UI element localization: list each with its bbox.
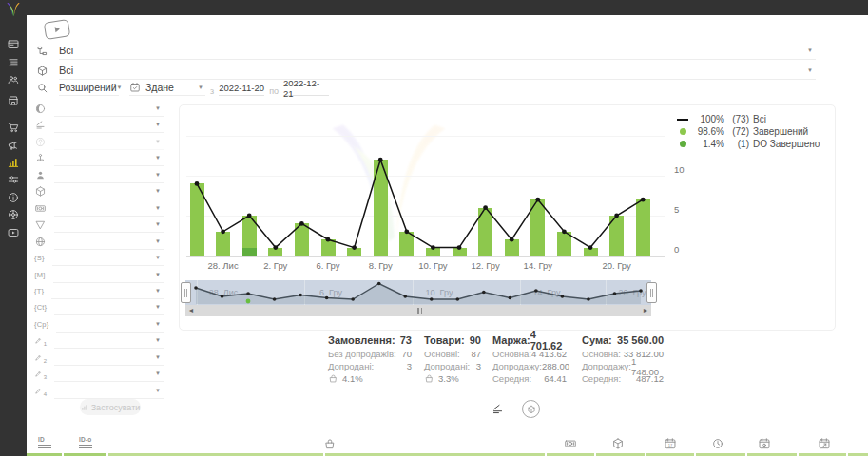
funnel-step-select[interactable]: ▼ [54,150,164,166]
custom-field-1-select[interactable]: ▼ [54,332,164,349]
sidebar-item-automation[interactable] [7,173,20,186]
custom-field-2-icon: 2 [34,352,47,364]
app-logo-icon[interactable] [3,1,24,20]
sidebar-item-marketing[interactable] [7,139,20,152]
chart-legend: 100%(73)Всі98.6%(72)Завершений1.4%(1)DO … [676,113,820,150]
funnel-select[interactable]: Всі ▼ [59,42,816,60]
sidebar-item-orders[interactable] [7,56,20,69]
date-from-input[interactable]: 2022-11-20 [219,81,264,96]
orders-view-toggle[interactable] [491,402,505,416]
scroll-left-arrow[interactable]: ◄ [185,305,197,316]
apply-button-label: Застосувати [91,403,141,412]
date-type-select[interactable]: Здане ▼ [129,80,205,96]
sidebar-item-info[interactable] [7,191,20,204]
chart-scrollbar: ◄ ► [185,305,651,316]
x-axis-tick: 8. Гру [369,260,393,271]
external-id-icon[interactable]: ID-o [79,437,92,448]
custom-field-4-select[interactable]: ▼ [54,383,164,399]
funnel-step-icon [34,152,47,164]
stage-select[interactable]: ▼ [54,117,164,133]
basket-icon[interactable] [323,437,337,450]
custom-field-2-select[interactable]: ▼ [54,350,164,366]
stat-title: Товари:90 [424,332,481,348]
date-status-icon[interactable] [758,437,771,450]
filter-row-utm-medium: {M}▼ [34,267,164,283]
chevron-down-icon: ▼ [198,85,203,90]
y-axis-tick: 10 [674,165,691,175]
filter-row-manager: ▼ [34,167,164,183]
scroll-right-arrow[interactable]: ► [640,305,651,316]
filter-row-filter: ▼ [34,217,164,233]
x-axis-tick: 12. Гру [471,260,499,271]
product-select[interactable]: Всі ▼ [59,62,816,80]
sidebar-item-analytics[interactable] [7,156,20,169]
x-axis-tick: 14. Гру [524,260,552,271]
utm-content-icon: {Ct} [34,303,47,312]
search-mode-select[interactable]: Розширений ▼ [59,80,119,96]
filter-row-website: ▼ [34,234,164,250]
custom-field-3-select[interactable]: ▼ [54,366,164,382]
chevron-down-icon: ▼ [155,205,161,211]
stat-row: 3.3% [424,372,481,385]
time-icon[interactable] [711,437,724,450]
filter-row-status: ▼ [34,101,164,117]
sidebar-item-cart[interactable] [7,121,20,134]
chevron-down-icon: ▼ [117,85,123,90]
chart-mini-icon [81,404,88,411]
stat-row: Допродані:3 [424,360,481,372]
payment-icon[interactable] [564,437,577,450]
status-select[interactable]: ▼ [54,101,164,117]
date-to-input[interactable]: 2022-12-21 [283,81,329,96]
product-select[interactable]: ▼ [54,183,164,200]
upsell-bag-icon [328,373,338,384]
legend-item[interactable]: 98.6%(72)Завершений [676,125,820,138]
status-icon [34,103,47,115]
product-icon[interactable] [611,437,625,450]
website-select[interactable]: ▼ [54,234,164,250]
chevron-down-icon: ▼ [155,172,161,178]
utm-content-select[interactable]: ▼ [54,299,164,315]
search-mode-value: Розширений [59,82,117,93]
chevron-down-icon: ▼ [155,105,161,111]
stage-icon [34,119,47,131]
sidebar-item-video-tutorials[interactable] [7,226,20,239]
chevron-down-icon: ▼ [155,321,161,327]
help-select[interactable]: ▼ [54,134,164,150]
table-header: IDID-o17 [27,428,868,454]
legend-item[interactable]: 100%(73)Всі [676,113,820,125]
stat-row: Середня:64.41 [492,372,567,385]
help-icon [34,136,47,148]
sidebar-item-dashboard[interactable] [7,38,20,51]
x-axis-tick: 10. Гру [418,260,447,271]
utm-source-select[interactable]: ▼ [52,250,164,266]
legend-item[interactable]: 1.4%(1)DO Завершено [676,138,820,150]
date-created-icon[interactable]: 17 [664,437,677,450]
stat-row: Допродажу:1 748.00 [582,360,664,372]
filter-select[interactable]: ▼ [54,217,164,233]
sidebar-item-customers[interactable] [7,73,20,86]
scrollbar-thumb[interactable] [197,308,640,314]
range-handle-right[interactable] [646,282,657,303]
line-swatch [677,119,688,121]
video-tutorial-button[interactable] [44,19,70,40]
order-id-icon[interactable]: ID [38,437,51,448]
range-handle-left[interactable] [181,282,191,303]
chart-plot-area[interactable]: 28. Лис2. Гру6. Гру8. Гру10. Гру12. Гру1… [185,105,676,276]
apply-button[interactable]: Застосувати [80,399,141,415]
manager-select[interactable]: ▼ [54,167,164,183]
sidebar-item-integrations[interactable] [7,208,20,221]
date-from-label: з [210,86,214,96]
payment-select[interactable]: ▼ [54,200,164,217]
utm-campaign-select[interactable]: ▼ [56,316,164,332]
utm-medium-select[interactable]: ▼ [53,267,164,283]
line-series-all [185,105,676,276]
chart-range-navigator[interactable]: 28. Лис6. Гру10. Гру14. Гру20. Гру [185,280,651,305]
chevron-down-icon: ▼ [807,48,813,53]
chevron-down-icon: ▼ [155,255,161,260]
filter-row-utm-content: {Ct}▼ [34,299,164,315]
filter-row-funnel-step: ▼ [34,150,164,166]
date-export-icon[interactable] [818,437,831,450]
products-view-toggle[interactable] [522,400,540,418]
utm-term-select[interactable]: ▼ [51,283,164,299]
sidebar-item-store[interactable] [7,94,20,107]
